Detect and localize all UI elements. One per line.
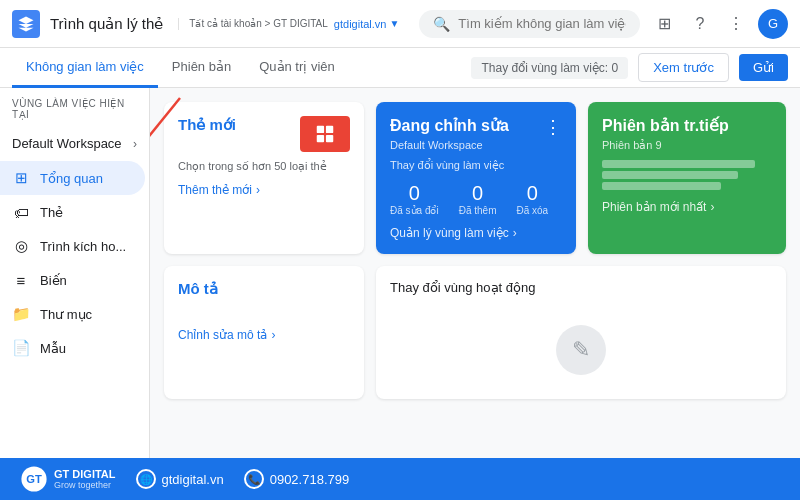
footer-phone-item: 📞 0902.718.799 [244,469,350,489]
svg-rect-2 [317,126,324,133]
grid-icon[interactable]: ⊞ [650,10,678,38]
workspace-section-label: VÙNG LÀM VIỆC HIỆN TẠI [0,88,149,130]
change-workspace-text: Thay đổi vùng làm việc: 0 [471,57,628,79]
footer: GT GT DIGITAL Grow together 🌐 gtdigital.… [0,458,800,500]
app-title: Trình quản lý thẻ [50,15,163,33]
workspace-selector[interactable]: Default Workspace › [0,130,149,157]
stat-modified: 0 Đã sửa đổi [390,182,439,216]
phone-icon: 📞 [244,469,264,489]
tab-version[interactable]: Phiên bản [158,48,245,88]
search-bar[interactable]: 🔍 [419,10,640,38]
version-title: Phiên bản tr.tiếp [602,116,772,135]
variables-icon: ≡ [12,271,30,289]
header-icons: ⊞ ? ⋮ G [650,9,788,39]
cards-grid: Thẻ mới Chọn trong số hơn 50 loại thẻ Th… [164,102,786,254]
footer-logo-icon: GT [20,465,48,493]
sidebar-tags-label: Thẻ [40,205,63,220]
sidebar-item-variables[interactable]: ≡ Biến [0,263,145,297]
new-tag-icon [300,116,350,152]
sidebar-item-templates[interactable]: 📄 Mẫu [0,331,145,365]
new-tag-desc: Chọn trong số hơn 50 loại thẻ [178,160,350,173]
sidebar-variables-label: Biến [40,273,67,288]
sidebar-triggers-label: Trình kích ho... [40,239,126,254]
footer-tagline: Grow together [54,480,116,490]
new-tag-title: Thẻ mới [178,116,236,134]
account-chevron-icon[interactable]: ▼ [389,18,399,29]
app-header: Trình quản lý thẻ Tất cả tài khoản > GT … [0,0,800,48]
tab-workspace[interactable]: Không gian làm việc [12,48,158,88]
description-title: Mô tả [178,280,350,298]
stat-deleted: 0 Đã xóa [516,182,548,216]
tags-icon: 🏷 [12,203,30,221]
content-area: Thẻ mới Chọn trong số hơn 50 loại thẻ Th… [150,88,800,458]
manage-workspace-link[interactable]: Quản lý vùng làm việc › [390,226,562,240]
svg-text:GT: GT [26,473,42,485]
main-content: VÙNG LÀM VIỆC HIỆN TẠI Default Workspace… [0,88,800,458]
triggers-icon: ◎ [12,237,30,255]
account-info: Tất cả tài khoản > GT DIGITAL gtdigital.… [178,18,399,30]
editing-card-header: Đang chỉnh sửa Default Workspace ⋮ [390,116,562,151]
folders-icon: 📁 [12,305,30,323]
nav-right: Thay đổi vùng làm việc: 0 Xem trước Gửi [471,53,788,82]
send-button[interactable]: Gửi [739,54,788,81]
stat-added: 0 Đã thêm [459,182,497,216]
svg-rect-5 [326,135,333,142]
breadcrumb-text: Tất cả tài khoản > GT DIGITAL [189,18,328,29]
description-arrow-icon: › [271,328,275,342]
version-latest-link[interactable]: Phiên bản mới nhất › [602,200,772,214]
activity-title: Thay đổi vùng hoạt động [390,280,772,295]
svg-rect-4 [317,135,324,142]
version-blur-1 [602,160,755,168]
editing-stats: 0 Đã sửa đổi 0 Đã thêm 0 Đã xóa [390,182,562,216]
manage-link-arrow-icon: › [513,226,517,240]
preview-button[interactable]: Xem trước [638,53,729,82]
templates-icon: 📄 [12,339,30,357]
globe-icon: 🌐 [136,469,156,489]
version-blur-2 [602,171,738,179]
editing-title: Đang chỉnh sửa [390,116,509,135]
version-card: Phiên bản tr.tiếp Phiên bản 9 Phiên bản … [588,102,786,254]
sidebar-item-folders[interactable]: 📁 Thư mục [0,297,145,331]
editing-menu-icon[interactable]: ⋮ [544,116,562,138]
workspace-name: Default Workspace [12,136,122,151]
empty-icon: ✎ [556,325,606,375]
help-icon[interactable]: ? [686,10,714,38]
search-icon: 🔍 [433,16,450,32]
description-card: Mô tả Chỉnh sửa mô tả › [164,266,364,399]
tab-admin[interactable]: Quản trị viên [245,48,349,88]
version-subtitle: Phiên bản 9 [602,139,772,152]
sidebar-templates-label: Mẫu [40,341,66,356]
more-icon[interactable]: ⋮ [722,10,750,38]
sidebar-item-tags[interactable]: 🏷 Thẻ [0,195,145,229]
sidebar-item-overview[interactable]: ⊞ Tổng quan [0,161,145,195]
svg-rect-3 [326,126,333,133]
bottom-row: Mô tả Chỉnh sửa mô tả › Thay đổi vùng ho… [164,266,786,399]
footer-brand: GT DIGITAL [54,468,116,480]
footer-website-item: 🌐 gtdigital.vn [136,469,224,489]
editing-card: Đang chỉnh sửa Default Workspace ⋮ Thay … [376,102,576,254]
new-tag-link[interactable]: Thêm thẻ mới › [178,183,350,197]
activity-empty-state: ✎ [390,315,772,385]
avatar[interactable]: G [758,9,788,39]
workspace-chevron-icon: › [133,137,137,151]
footer-logo: GT GT DIGITAL Grow together [20,465,116,493]
overview-icon: ⊞ [12,169,30,187]
account-name[interactable]: gtdigital.vn [334,18,387,30]
nav-tabs: Không gian làm việc Phiên bản Quản trị v… [0,48,800,88]
description-link[interactable]: Chỉnh sửa mô tả › [178,328,350,342]
sidebar-folders-label: Thư mục [40,307,92,322]
app-logo [12,10,40,38]
activity-card: Thay đổi vùng hoạt động ✎ [376,266,786,399]
sidebar: VÙNG LÀM VIỆC HIỆN TẠI Default Workspace… [0,88,150,458]
version-blur-3 [602,182,721,190]
new-tag-card: Thẻ mới Chọn trong số hơn 50 loại thẻ Th… [164,102,364,254]
editing-change-label: Thay đổi vùng làm việc [390,159,562,172]
sidebar-menu: ⊞ Tổng quan 🏷 Thẻ ◎ Trình kích ho... ≡ B… [0,161,149,365]
editing-subtitle: Default Workspace [390,139,509,151]
sidebar-overview-label: Tổng quan [40,171,103,186]
search-input[interactable] [458,16,626,31]
footer-website: gtdigital.vn [162,472,224,487]
version-arrow-icon: › [710,200,714,214]
footer-phone: 0902.718.799 [270,472,350,487]
sidebar-item-triggers[interactable]: ◎ Trình kích ho... [0,229,145,263]
